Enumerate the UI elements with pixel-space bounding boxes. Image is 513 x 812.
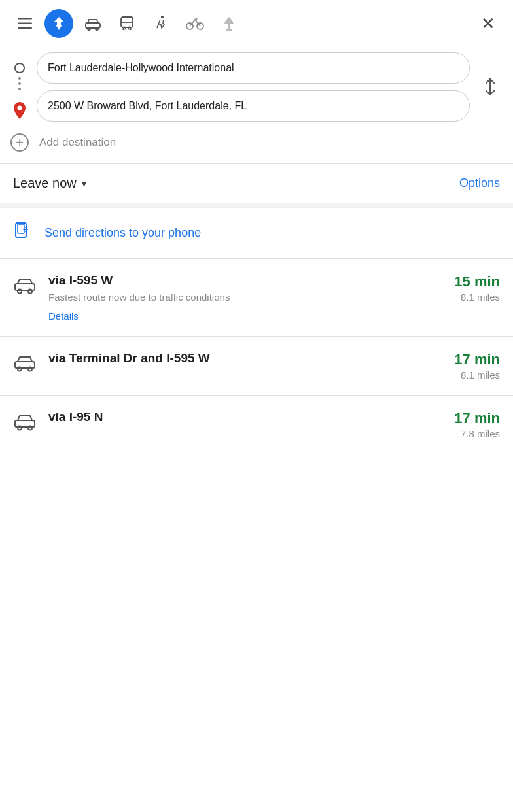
route-via-1: via I-595 W — [48, 273, 429, 288]
route-dist-1: 8.1 miles — [461, 292, 500, 303]
menu-icon[interactable] — [10, 9, 39, 38]
route-time-dist-1: 15 min 8.1 miles — [441, 273, 500, 303]
route-via-2: via Terminal Dr and I-595 W — [48, 351, 429, 365]
route-time-dist-3: 17 min 7.8 miles — [441, 410, 500, 439]
svg-rect-16 — [226, 29, 232, 31]
mode-directions[interactable] — [44, 9, 73, 38]
svg-point-27 — [18, 426, 22, 430]
svg-rect-0 — [18, 18, 32, 20]
mode-bike[interactable] — [181, 9, 209, 38]
leave-now-row: Leave now ▾ Options — [0, 164, 513, 203]
svg-point-5 — [96, 27, 98, 30]
svg-point-25 — [28, 367, 32, 371]
svg-point-15 — [196, 18, 198, 20]
leave-now-label: Leave now — [13, 176, 77, 191]
svg-rect-19 — [18, 224, 24, 233]
send-directions-row[interactable]: Send directions to your phone — [0, 208, 513, 258]
divider-thick — [0, 203, 513, 208]
mode-walk[interactable] — [147, 9, 175, 38]
route-info-1: via I-595 W Fastest route now due to tra… — [48, 273, 429, 322]
route-dist-3: 7.8 miles — [461, 428, 500, 439]
route-dots — [18, 73, 21, 102]
origin-input[interactable] — [37, 52, 470, 84]
route-time-1: 15 min — [454, 273, 500, 290]
send-directions-icon — [13, 221, 33, 245]
origin-dot — [14, 63, 25, 73]
options-button[interactable]: Options — [459, 177, 500, 190]
add-destination-icon: + — [10, 133, 29, 152]
mode-transit[interactable] — [113, 9, 141, 38]
svg-point-21 — [18, 290, 22, 294]
route-details-link-1[interactable]: Details — [48, 311, 429, 322]
route-car-icon-1 — [13, 275, 37, 297]
svg-point-4 — [88, 27, 90, 30]
svg-point-12 — [161, 16, 164, 18]
route-car-icon-3 — [13, 411, 37, 433]
mode-flight[interactable] — [215, 9, 243, 38]
route-car-icon-2 — [13, 352, 37, 375]
top-navigation: ✕ — [0, 0, 513, 47]
route-info-2: via Terminal Dr and I-595 W — [48, 351, 429, 365]
swap-button[interactable] — [478, 52, 503, 122]
destination-input[interactable] — [37, 90, 470, 122]
route-time-dist-2: 17 min 8.1 miles — [441, 351, 500, 381]
address-fields — [37, 52, 470, 122]
svg-rect-2 — [18, 27, 32, 29]
svg-point-28 — [28, 426, 32, 430]
address-section — [0, 47, 513, 124]
route-info-3: via I-95 N — [48, 410, 429, 424]
mode-car[interactable] — [79, 9, 107, 38]
svg-point-24 — [18, 367, 22, 371]
route-desc-1: Fastest route now due to traffic conditi… — [48, 290, 429, 304]
leave-now-button[interactable]: Leave now ▾ — [13, 176, 86, 191]
route-row[interactable]: via Terminal Dr and I-595 W 17 min 8.1 m… — [0, 337, 513, 395]
close-icon[interactable]: ✕ — [474, 9, 503, 38]
leave-now-dropdown-arrow: ▾ — [82, 178, 86, 189]
address-icons — [10, 52, 29, 122]
svg-point-22 — [28, 290, 32, 294]
svg-point-17 — [18, 106, 22, 110]
send-directions-label: Send directions to your phone — [44, 226, 201, 240]
route-row[interactable]: via I-95 N 17 min 7.8 miles — [0, 396, 513, 454]
route-time-2: 17 min — [454, 351, 500, 368]
route-via-3: via I-95 N — [48, 410, 429, 424]
svg-rect-1 — [18, 23, 32, 25]
add-destination-row[interactable]: + Add destination — [0, 124, 513, 163]
route-time-3: 17 min — [454, 410, 500, 427]
add-destination-label: Add destination — [39, 136, 116, 149]
route-dist-2: 8.1 miles — [461, 369, 500, 381]
destination-pin — [13, 102, 26, 122]
route-row[interactable]: via I-595 W Fastest route now due to tra… — [0, 259, 513, 336]
